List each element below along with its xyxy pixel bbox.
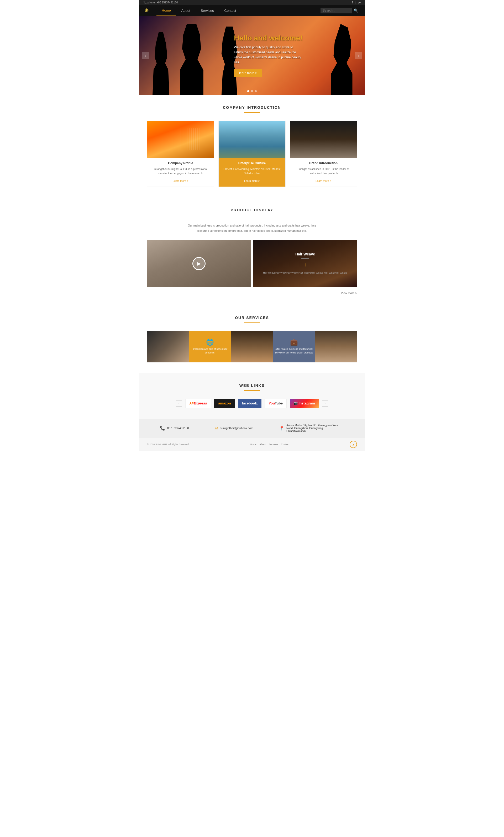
company-img-1 bbox=[147, 121, 214, 158]
view-more-link[interactable]: View more > bbox=[147, 291, 357, 295]
company-card-link-3[interactable]: Learn more > bbox=[316, 179, 331, 182]
weblinks-prev-button[interactable]: ‹ bbox=[176, 400, 182, 407]
product-item-divider bbox=[301, 258, 309, 259]
hero-content: Hello and welcome! We give first priorit… bbox=[234, 34, 302, 77]
weblinks-next-button[interactable]: › bbox=[322, 400, 328, 407]
twitter-icon[interactable]: t bbox=[355, 1, 356, 4]
nav-about[interactable]: About bbox=[176, 5, 195, 16]
footer-link-about[interactable]: About bbox=[260, 443, 266, 446]
nav-services[interactable]: Services bbox=[195, 5, 219, 16]
facebook-icon[interactable]: f bbox=[352, 1, 353, 4]
silhouette-4 bbox=[330, 24, 354, 95]
search-input[interactable] bbox=[320, 7, 352, 13]
company-card-title-2: Enterprise Culture bbox=[222, 161, 282, 165]
instagram-label: 📷 Instagram bbox=[294, 401, 315, 405]
company-img-2 bbox=[219, 121, 285, 158]
service-text-2: offer related business and technical ser… bbox=[275, 348, 313, 355]
hero-prev-button[interactable]: ‹ bbox=[142, 52, 149, 59]
services-section: OUR SERVICES 🌐 production and sale of se… bbox=[139, 305, 365, 373]
hero-learn-more-button[interactable]: learn more > bbox=[234, 69, 262, 77]
footer-email-text: sunlighthair@outlook.com bbox=[220, 427, 253, 430]
hero-dot-2[interactable] bbox=[251, 90, 253, 92]
service-business-icon: 💼 bbox=[290, 338, 298, 346]
company-card-body-2: Enterprise Culture Earnest, Hard-working… bbox=[219, 158, 285, 186]
company-card-link-1[interactable]: Learn more > bbox=[173, 179, 188, 182]
services-section-title: OUR SERVICES bbox=[147, 316, 357, 320]
top-bar-left: 📞 phone: +86 15937491150 bbox=[143, 1, 178, 4]
weblinks-section-title: WEB LINKS bbox=[147, 384, 357, 388]
company-divider bbox=[244, 112, 260, 113]
nav-contact[interactable]: Contact bbox=[219, 5, 242, 16]
facebook-label: facebook. bbox=[242, 401, 258, 405]
back-to-top-button[interactable]: ▲ bbox=[350, 441, 357, 448]
phone-number: +86 15937491150 bbox=[157, 1, 178, 4]
footer-phone-icon: 📞 bbox=[160, 426, 165, 431]
company-card-2: Enterprise Culture Earnest, Hard-working… bbox=[219, 121, 286, 187]
footer-phone-text: 86 15937491150 bbox=[167, 427, 189, 430]
footer-link-contact[interactable]: Contact bbox=[281, 443, 289, 446]
footer-copyright: © 2016 SUNLIGHT. All Rights Reserved. bbox=[147, 443, 189, 446]
nav-search: 🔍 bbox=[320, 7, 360, 14]
weblink-amazon[interactable]: amazon bbox=[214, 399, 235, 408]
company-card-text-2: Earnest, Hard-working, Maintain Yourself… bbox=[222, 167, 282, 176]
nav-home[interactable]: Home bbox=[156, 5, 176, 16]
nav-links: Home About Services Contact bbox=[156, 5, 320, 16]
company-card-1: Company Profile Guangzhou Sunlight Co. L… bbox=[147, 121, 214, 187]
hero-next-button[interactable]: › bbox=[355, 52, 362, 59]
company-section: COMPANY INTRODUCTION Company Profile Gua… bbox=[139, 95, 365, 197]
hero-title: Hello and welcome! bbox=[234, 34, 302, 42]
footer-link-home[interactable]: Home bbox=[250, 443, 257, 446]
footer-phone: 📞 86 15937491150 bbox=[160, 426, 189, 431]
hero-dot-3[interactable] bbox=[255, 90, 257, 92]
hero-subtitle: We give first priority to quality and st… bbox=[234, 45, 302, 65]
product-section: PRODUCT DISPLAY Our main business is pro… bbox=[139, 197, 365, 305]
service-item-1: 🌐 production and sale of series hair pro… bbox=[189, 331, 231, 362]
service-globe-icon: 🌐 bbox=[206, 338, 214, 346]
product-description: Our main business is production and sale… bbox=[186, 223, 318, 234]
hero-title-colored: welcome! bbox=[269, 34, 303, 42]
phone-label: phone: bbox=[148, 1, 156, 4]
silhouette-2 bbox=[180, 24, 203, 95]
weblink-youtube[interactable]: YouTube bbox=[265, 399, 287, 408]
product-video[interactable]: ▶ bbox=[147, 240, 251, 287]
footer-links: Home About Services Contact bbox=[250, 443, 289, 446]
company-card-body-1: Company Profile Guangzhou Sunlight Co. L… bbox=[147, 158, 214, 186]
weblink-aliexpress[interactable]: AliExpress bbox=[185, 399, 211, 408]
weblink-facebook[interactable]: facebook. bbox=[238, 399, 262, 408]
google-plus-icon[interactable]: g+ bbox=[358, 1, 361, 4]
social-icons: f t g+ bbox=[352, 1, 361, 4]
product-item-plus-icon[interactable]: + bbox=[303, 261, 307, 269]
company-card-text-3: Sunlight established in 2001, is the lea… bbox=[294, 167, 353, 176]
service-img-2 bbox=[231, 331, 273, 362]
services-grid: 🌐 production and sale of series hair pro… bbox=[147, 331, 357, 362]
aliexpress-label: AliExpress bbox=[189, 401, 207, 405]
top-bar: 📞 phone: +86 15937491150 f t g+ bbox=[139, 0, 365, 5]
hero-dot-1[interactable] bbox=[247, 90, 249, 92]
hero-section: ‹ Hello and welcome! We give first prior… bbox=[139, 16, 365, 95]
navigation: ☀ Home About Services Contact 🔍 bbox=[139, 5, 365, 16]
company-grid: Company Profile Guangzhou Sunlight Co. L… bbox=[147, 121, 357, 187]
weblink-instagram[interactable]: 📷 Instagram bbox=[290, 399, 319, 408]
service-item-2: 💼 offer related business and technical s… bbox=[273, 331, 315, 362]
product-grid: ▶ Hair Weave + Hair WeaveHair WeavHair W… bbox=[147, 240, 357, 287]
service-text-1: production and sale of series hair produ… bbox=[191, 348, 229, 355]
footer-bottom: © 2016 SUNLIGHT. All Rights Reserved. Ho… bbox=[139, 438, 365, 451]
hero-title-plain: Hello and bbox=[234, 34, 269, 42]
footer-link-services[interactable]: Services bbox=[269, 443, 278, 446]
product-item-title: Hair Weave bbox=[295, 252, 315, 256]
footer-info: 📞 86 15937491150 ✉ sunlighthair@outlook.… bbox=[139, 418, 365, 438]
company-section-title: COMPANY INTRODUCTION bbox=[147, 105, 357, 110]
company-card-text-1: Guangzhou Sunlight Co. Ltd. is a profess… bbox=[151, 167, 210, 176]
company-img-3 bbox=[290, 121, 357, 158]
footer-address-text: Anhua Meibo City, No.121, Guangyuan West… bbox=[286, 424, 344, 432]
play-button[interactable]: ▶ bbox=[192, 257, 206, 270]
services-divider bbox=[244, 322, 260, 323]
product-section-title: PRODUCT DISPLAY bbox=[147, 208, 357, 212]
amazon-label: amazon bbox=[218, 401, 231, 405]
hero-dots bbox=[247, 90, 257, 92]
product-divider bbox=[244, 215, 260, 215]
nav-logo[interactable]: ☀ bbox=[144, 7, 149, 13]
company-card-link-2[interactable]: Learn more > bbox=[244, 179, 260, 182]
search-button[interactable]: 🔍 bbox=[352, 7, 360, 14]
weblinks-grid: ‹ AliExpress amazon facebook. YouTube 📷 … bbox=[147, 399, 357, 408]
